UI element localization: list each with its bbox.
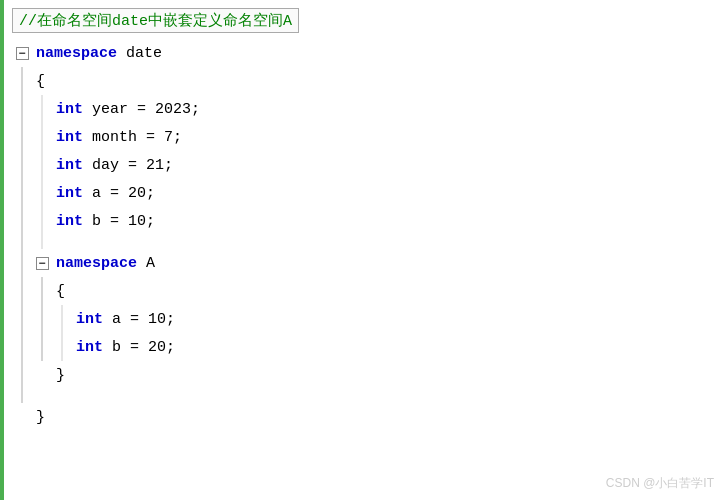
inner-brace-close-row: } bbox=[4, 361, 726, 389]
outer-brace-close-content: } bbox=[32, 403, 726, 431]
outer-gutter-9 bbox=[12, 277, 32, 305]
outer-gutter-14 bbox=[12, 403, 32, 431]
outer-vline-11 bbox=[22, 333, 23, 361]
day-code: day = 21; bbox=[83, 157, 173, 174]
int-keyword-year: int bbox=[56, 101, 83, 118]
outer-vline-9 bbox=[22, 277, 23, 305]
outer-vline-6 bbox=[22, 207, 23, 235]
inner-collapse-btn[interactable]: − bbox=[36, 257, 49, 270]
int-a-content: int a = 20; bbox=[52, 179, 726, 207]
inner-guide-2 bbox=[32, 123, 52, 151]
outer-gutter-6 bbox=[12, 207, 32, 235]
int-b-row: int b = 10; bbox=[4, 207, 726, 235]
deep-vline-1 bbox=[62, 305, 63, 333]
outer-vline-10 bbox=[22, 305, 23, 333]
comment-text: //在命名空间date中嵌套定义命名空间A bbox=[19, 13, 292, 30]
namespace-a-row: − namespace A bbox=[4, 249, 726, 277]
b-code: b = 10; bbox=[83, 213, 155, 230]
outer-gutter-7 bbox=[12, 235, 32, 249]
outer-gutter-11 bbox=[12, 333, 32, 361]
int-day-row: int day = 21; bbox=[4, 151, 726, 179]
outer-vline-2 bbox=[22, 95, 23, 123]
int-keyword-inner-a: int bbox=[76, 311, 103, 328]
namespace-keyword-1: namespace bbox=[36, 45, 117, 62]
inner-close-brace: } bbox=[56, 367, 65, 384]
deep-vline-2 bbox=[62, 333, 63, 361]
outer-vline-1 bbox=[22, 67, 23, 95]
inner-gutter-10 bbox=[32, 305, 52, 333]
outer-vline-12 bbox=[22, 361, 23, 389]
comment-box: //在命名空间date中嵌套定义命名空间A bbox=[12, 8, 299, 33]
inner-guide-4 bbox=[32, 179, 52, 207]
inner-vline-4 bbox=[42, 179, 43, 207]
int-b-content: int b = 10; bbox=[52, 207, 726, 235]
outer-gutter-8 bbox=[12, 249, 32, 277]
int-month-row: int month = 7; bbox=[4, 123, 726, 151]
inner-brace-open-row: { bbox=[4, 277, 726, 305]
outer-vline-4 bbox=[22, 151, 23, 179]
inner-collapse-gutter: − bbox=[32, 249, 52, 277]
blank-row-2 bbox=[4, 389, 726, 403]
int-keyword-month: int bbox=[56, 129, 83, 146]
inner-vline-1 bbox=[42, 95, 43, 123]
inner-guide-3 bbox=[32, 151, 52, 179]
namespace-date-content: namespace date bbox=[32, 39, 726, 67]
outer-gutter-5 bbox=[12, 179, 32, 207]
watermark: CSDN @小白苦学IT bbox=[606, 475, 714, 492]
outer-brace-open-content: { bbox=[32, 67, 726, 95]
int-day-content: int day = 21; bbox=[52, 151, 726, 179]
inner-brace-close-content: } bbox=[52, 361, 726, 389]
outer-vline-5 bbox=[22, 179, 23, 207]
namespace-date-name: date bbox=[117, 45, 162, 62]
editor-container: //在命名空间date中嵌套定义命名空间A − namespace date { bbox=[0, 0, 726, 500]
int-year-row: int year = 2023; bbox=[4, 95, 726, 123]
deep-guide-2 bbox=[52, 333, 72, 361]
inner-gutter-11 bbox=[32, 333, 52, 361]
inner-guide-1 bbox=[32, 95, 52, 123]
int-keyword-a: int bbox=[56, 185, 83, 202]
inner-vline-10 bbox=[42, 305, 43, 333]
inner-vline-11 bbox=[42, 333, 43, 361]
green-accent-bar bbox=[0, 0, 4, 500]
month-code: month = 7; bbox=[83, 129, 182, 146]
inner-int-b-row: int b = 20; bbox=[4, 333, 726, 361]
outer-vline-8 bbox=[22, 249, 23, 277]
inner-gutter-brace bbox=[32, 277, 52, 305]
inner-open-brace: { bbox=[56, 283, 65, 300]
inner-b-code: b = 20; bbox=[103, 339, 175, 356]
year-code: year = 2023; bbox=[83, 101, 200, 118]
inner-int-b-content: int b = 20; bbox=[72, 333, 726, 361]
inner-brace-open-content: { bbox=[52, 277, 726, 305]
blank-row-1 bbox=[4, 235, 726, 249]
int-keyword-inner-b: int bbox=[76, 339, 103, 356]
outer-vline-13 bbox=[22, 389, 23, 403]
int-month-content: int month = 7; bbox=[52, 123, 726, 151]
int-year-content: int year = 2023; bbox=[52, 95, 726, 123]
namespace-a-content: namespace A bbox=[52, 249, 726, 277]
outer-open-brace: { bbox=[36, 73, 45, 90]
inner-vline-brace bbox=[42, 277, 43, 305]
inner-vline-6 bbox=[42, 235, 43, 249]
a-code: a = 20; bbox=[83, 185, 155, 202]
comment-line-row: //在命名空间date中嵌套定义命名空间A bbox=[4, 0, 726, 39]
outer-vline-7 bbox=[22, 235, 23, 249]
inner-guide-6 bbox=[32, 235, 52, 249]
inner-vline-2 bbox=[42, 123, 43, 151]
namespace-keyword-2: namespace bbox=[56, 255, 137, 272]
outer-brace-open-row: { bbox=[4, 67, 726, 95]
inner-int-a-content: int a = 10; bbox=[72, 305, 726, 333]
int-keyword-day: int bbox=[56, 157, 83, 174]
outer-collapse-gutter: − bbox=[12, 39, 32, 67]
outer-close-brace: } bbox=[36, 409, 45, 426]
inner-vline-5 bbox=[42, 207, 43, 235]
inner-vline-3 bbox=[42, 151, 43, 179]
outer-vline-3 bbox=[22, 123, 23, 151]
namespace-date-row: − namespace date bbox=[4, 39, 726, 67]
outer-collapse-btn[interactable]: − bbox=[16, 47, 29, 60]
int-a-row: int a = 20; bbox=[4, 179, 726, 207]
outer-gutter-10 bbox=[12, 305, 32, 333]
inner-int-a-row: int a = 10; bbox=[4, 305, 726, 333]
deep-guide-1 bbox=[52, 305, 72, 333]
inner-guide-5 bbox=[32, 207, 52, 235]
outer-gutter-3 bbox=[12, 123, 32, 151]
